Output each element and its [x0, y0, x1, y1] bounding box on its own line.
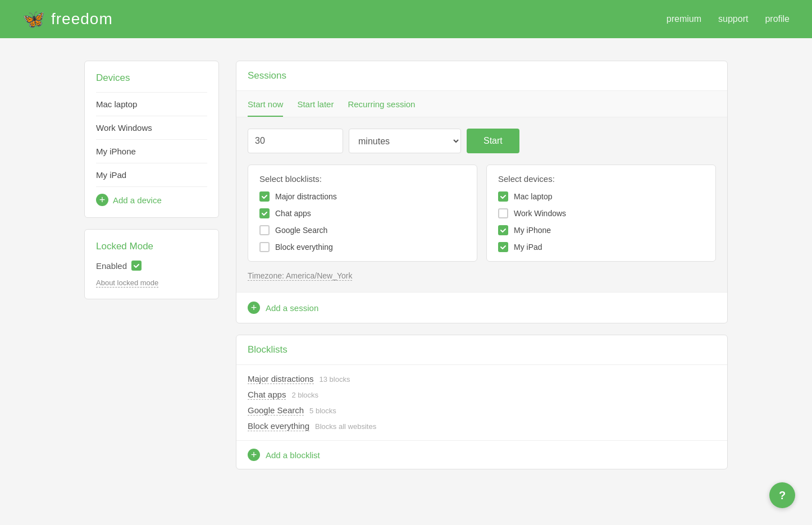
sessions-body: minutes Start Select blocklists: Major d… [236, 117, 727, 292]
blocklist-everything-label: Block everything [275, 243, 333, 252]
blocklist-name-chat[interactable]: Chat apps [248, 390, 286, 400]
blocklist-count-chat: 2 blocks [291, 391, 318, 399]
blocklists-selector: Select blocklists: Major distractions C [248, 165, 477, 262]
device-iphone-label: My iPhone [514, 226, 551, 235]
duration-input[interactable] [248, 129, 343, 153]
blocklist-major-label: Major distractions [275, 192, 337, 201]
locked-mode-card: Locked Mode Enabled About locked mode [84, 229, 219, 299]
tab-start-later[interactable]: Start later [297, 99, 334, 117]
header-nav: premium support profile [667, 14, 790, 24]
select-blocklists-title: Select blocklists: [259, 174, 466, 184]
blocklist-google-label: Google Search [275, 226, 327, 235]
device-ipad-label: My iPad [514, 243, 542, 252]
blocklist-name-google[interactable]: Google Search [248, 405, 304, 416]
butterfly-icon: 🦋 [22, 8, 45, 30]
blocklist-major-checkbox[interactable] [259, 191, 270, 202]
locked-mode-enabled-row: Enabled [96, 261, 207, 271]
blocklist-item-google[interactable]: Google Search 5 blocks [248, 405, 716, 416]
locked-mode-title: Locked Mode [96, 241, 207, 252]
help-icon: ? [779, 489, 786, 492]
device-windows-checkbox[interactable] [498, 208, 508, 218]
device-item-mac-laptop[interactable]: Mac laptop [96, 93, 207, 116]
about-locked-mode-link[interactable]: About locked mode [96, 279, 158, 287]
support-link[interactable]: support [718, 14, 748, 24]
add-session-plus-icon: + [248, 302, 260, 314]
add-device-button[interactable]: + Add a device [96, 187, 162, 206]
blocklist-count-everything: Blocks all websites [315, 422, 376, 431]
blocklist-option-everything[interactable]: Block everything [259, 242, 466, 252]
premium-link[interactable]: premium [667, 14, 701, 24]
duration-unit-select[interactable]: minutes [349, 129, 461, 153]
plus-circle-icon: + [96, 194, 108, 206]
blocklist-count-google: 5 blocks [309, 407, 336, 415]
add-blocklist-label: Add a blocklist [266, 450, 320, 460]
sessions-card: Sessions Start now Start later Recurring… [236, 61, 728, 323]
add-blocklist-plus-icon: + [248, 449, 260, 461]
device-item-my-iphone[interactable]: My iPhone [96, 140, 207, 163]
blocklist-count-major: 13 blocks [320, 375, 350, 384]
device-option-mac[interactable]: Mac laptop [498, 191, 704, 202]
blocklist-item-everything[interactable]: Block everything Blocks all websites [248, 421, 716, 431]
device-item-work-windows[interactable]: Work Windows [96, 116, 207, 140]
device-option-iphone[interactable]: My iPhone [498, 225, 704, 235]
blocklists-title: Blocklists [248, 344, 288, 355]
profile-link[interactable]: profile [765, 14, 790, 24]
blocklist-item-chat[interactable]: Chat apps 2 blocks [248, 390, 716, 400]
add-device-label: Add a device [113, 195, 162, 205]
device-option-ipad[interactable]: My iPad [498, 242, 704, 252]
devices-title: Devices [96, 72, 207, 84]
device-windows-label: Work Windows [514, 209, 566, 218]
sidebar: Devices Mac laptop Work Windows My iPhon… [84, 61, 219, 469]
locked-mode-checkbox[interactable] [131, 261, 142, 271]
sessions-title: Sessions [248, 70, 286, 81]
main-content: Devices Mac laptop Work Windows My iPhon… [0, 38, 812, 492]
logo: 🦋 freedom [22, 8, 113, 30]
blocklist-item-major[interactable]: Major distractions 13 blocks [248, 374, 716, 384]
device-option-windows[interactable]: Work Windows [498, 208, 704, 218]
device-ipad-checkbox[interactable] [498, 242, 508, 252]
logo-text: freedom [51, 10, 113, 28]
devices-selector: Select devices: Mac laptop Work Windows [486, 165, 716, 262]
locked-mode-label: Enabled [96, 261, 127, 271]
duration-row: minutes Start [248, 129, 716, 153]
device-iphone-checkbox[interactable] [498, 225, 508, 235]
blocklist-name-major[interactable]: Major distractions [248, 374, 314, 384]
start-button[interactable]: Start [467, 129, 519, 153]
timezone-link[interactable]: Timezone: America/New_York [248, 271, 352, 281]
timezone-row: Timezone: America/New_York [248, 271, 716, 281]
selectors-row: Select blocklists: Major distractions C [248, 165, 716, 262]
blocklist-option-chat[interactable]: Chat apps [259, 208, 466, 218]
add-session-row[interactable]: + Add a session [236, 292, 727, 323]
device-item-my-ipad[interactable]: My iPad [96, 163, 207, 187]
blocklist-chat-label: Chat apps [275, 209, 311, 218]
header: 🦋 freedom premium support profile [0, 0, 812, 38]
tab-recurring-session[interactable]: Recurring session [348, 99, 415, 117]
sessions-tabs: Start now Start later Recurring session [236, 91, 727, 117]
tab-start-now[interactable]: Start now [248, 99, 283, 117]
select-devices-title: Select devices: [498, 174, 704, 184]
device-mac-checkbox[interactable] [498, 191, 508, 202]
blocklist-option-google[interactable]: Google Search [259, 225, 466, 235]
sessions-header: Sessions [236, 61, 727, 91]
blocklist-everything-checkbox[interactable] [259, 242, 270, 252]
blocklists-card: Blocklists Major distractions 13 blocks … [236, 335, 728, 469]
blocklists-header: Blocklists [236, 335, 727, 365]
blocklist-google-checkbox[interactable] [259, 225, 270, 235]
blocklist-chat-checkbox[interactable] [259, 208, 270, 218]
device-mac-label: Mac laptop [514, 192, 552, 201]
right-column: Sessions Start now Start later Recurring… [236, 61, 728, 469]
add-session-label: Add a session [266, 303, 318, 313]
add-blocklist-row[interactable]: + Add a blocklist [236, 440, 727, 469]
blocklist-name-everything[interactable]: Block everything [248, 421, 309, 431]
devices-card: Devices Mac laptop Work Windows My iPhon… [84, 61, 219, 218]
device-list: Mac laptop Work Windows My iPhone My iPa… [96, 92, 207, 187]
blocklist-option-major[interactable]: Major distractions [259, 191, 466, 202]
blocklists-body: Major distractions 13 blocks Chat apps 2… [236, 365, 727, 440]
